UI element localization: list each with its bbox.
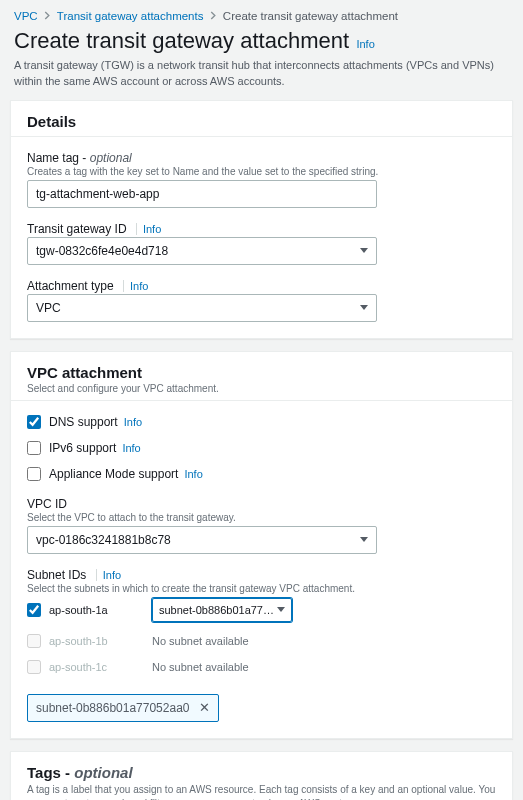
name-tag-label: Name tag - optional: [27, 151, 496, 165]
tags-panel: Tags - optional A tag is a label that yo…: [10, 751, 513, 800]
attachment-type-label: Attachment type Info: [27, 279, 496, 293]
caret-down-icon: [360, 305, 368, 310]
subnet-1b-empty: No subnet available: [152, 635, 302, 647]
subnet-1b-checkbox: [27, 634, 41, 648]
vpc-id-label: VPC ID: [27, 497, 496, 511]
chevron-right-icon: [44, 10, 51, 22]
subnet-1a-checkbox[interactable]: [27, 603, 41, 617]
vpc-id-help: Select the VPC to attach to the transit …: [27, 512, 496, 523]
breadcrumb-current: Create transit gateway attachment: [223, 10, 398, 22]
subnet-1a-label: ap-south-1a: [49, 604, 108, 616]
dns-support-checkbox[interactable]: [27, 415, 41, 429]
page-info-link[interactable]: Info: [356, 38, 374, 50]
details-title: Details: [27, 113, 496, 130]
name-tag-help: Creates a tag with the key set to Name a…: [27, 166, 496, 177]
vpc-attachment-title: VPC attachment: [27, 364, 496, 381]
tgw-id-label: Transit gateway ID Info: [27, 222, 496, 236]
subnet-token-label: subnet-0b886b01a77052aa0: [36, 701, 189, 715]
vpc-id-value: vpc-0186c3241881b8c78: [36, 533, 171, 547]
appliance-mode-label: Appliance Mode support: [49, 467, 178, 481]
appliance-mode-checkbox[interactable]: [27, 467, 41, 481]
dns-info-link[interactable]: Info: [124, 416, 142, 428]
name-tag-input[interactable]: [27, 180, 377, 208]
subnet-1a-select[interactable]: subnet-0b886b01a77052aa0: [152, 598, 292, 622]
tgw-id-value: tgw-0832c6fe4e0e4d718: [36, 244, 168, 258]
appliance-info-link[interactable]: Info: [184, 468, 202, 480]
ipv6-info-link[interactable]: Info: [122, 442, 140, 454]
ipv6-support-label: IPv6 support: [49, 441, 116, 455]
subnet-1c-empty: No subnet available: [152, 661, 302, 673]
caret-down-icon: [277, 607, 285, 612]
tags-title: Tags - optional: [27, 764, 496, 781]
attachment-type-info-link[interactable]: Info: [123, 280, 148, 292]
breadcrumb-tga[interactable]: Transit gateway attachments: [57, 10, 204, 22]
tags-desc: A tag is a label that you assign to an A…: [27, 783, 496, 800]
details-panel: Details Name tag - optional Creates a ta…: [10, 100, 513, 339]
subnet-1a-value: subnet-0b886b01a77052aa0: [159, 604, 277, 616]
tgw-id-select[interactable]: tgw-0832c6fe4e0e4d718: [27, 237, 377, 265]
page-title: Create transit gateway attachment: [14, 28, 349, 54]
vpc-id-select[interactable]: vpc-0186c3241881b8c78: [27, 526, 377, 554]
breadcrumb: VPC Transit gateway attachments Create t…: [0, 0, 523, 22]
ipv6-support-checkbox[interactable]: [27, 441, 41, 455]
subnet-1b-label: ap-south-1b: [49, 635, 108, 647]
attachment-type-value: VPC: [36, 301, 61, 315]
chevron-right-icon: [210, 10, 217, 22]
subnet-1c-checkbox: [27, 660, 41, 674]
attachment-type-select[interactable]: VPC: [27, 294, 377, 322]
subnet-1c-label: ap-south-1c: [49, 661, 107, 673]
tgw-info-link[interactable]: Info: [136, 223, 161, 235]
caret-down-icon: [360, 248, 368, 253]
vpc-attachment-sub: Select and configure your VPC attachment…: [27, 383, 496, 394]
dns-support-label: DNS support: [49, 415, 118, 429]
breadcrumb-vpc[interactable]: VPC: [14, 10, 38, 22]
page-desc: A transit gateway (TGW) is a network tra…: [14, 58, 509, 90]
subnet-ids-label: Subnet IDs Info: [27, 568, 496, 582]
subnet-token: subnet-0b886b01a77052aa0 ✕: [27, 694, 219, 722]
subnet-ids-help: Select the subnets in which to create th…: [27, 583, 496, 594]
close-icon[interactable]: ✕: [199, 700, 210, 715]
vpc-attachment-panel: VPC attachment Select and configure your…: [10, 351, 513, 739]
subnet-info-link[interactable]: Info: [96, 569, 121, 581]
caret-down-icon: [360, 537, 368, 542]
